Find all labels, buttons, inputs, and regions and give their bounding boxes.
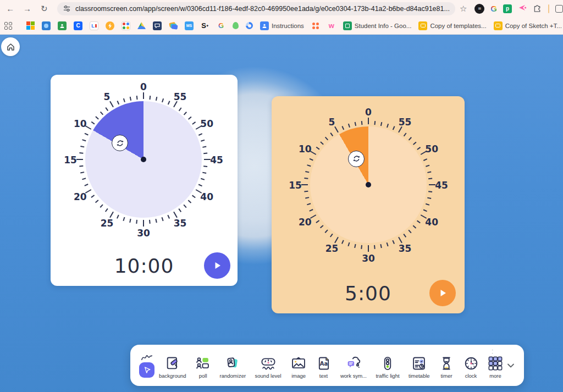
tick-mark xyxy=(80,146,84,147)
tick-mark xyxy=(109,101,114,107)
bookmark-item[interactable] xyxy=(246,22,253,29)
tick-mark xyxy=(100,112,103,115)
tool-more[interactable]: · ·more xyxy=(488,352,503,379)
tick-mark xyxy=(188,116,191,119)
apps-grid-icon xyxy=(4,22,12,30)
back-icon[interactable]: ← xyxy=(4,2,17,16)
tool-text[interactable]: Aatext xyxy=(316,352,332,379)
classroomscreen-canvas[interactable]: 0510152025303540455055 10:00 05101520253… xyxy=(0,35,563,392)
forward-icon[interactable]: → xyxy=(21,2,34,16)
tick-mark xyxy=(423,209,427,211)
tick-mark xyxy=(202,146,206,147)
timer-widget-purple[interactable]: 0510152025303540455055 10:00 xyxy=(51,75,238,286)
bookmark-item[interactable] xyxy=(311,21,320,30)
timer-dial[interactable]: 0510152025303540455055 xyxy=(61,77,226,242)
tick-mark xyxy=(109,212,114,218)
dial-number-0: 0 xyxy=(357,107,379,117)
bookmark-item[interactable] xyxy=(4,22,12,30)
bookmark-item[interactable] xyxy=(58,21,67,30)
bookmark-item[interactable] xyxy=(26,21,35,30)
slides-icon xyxy=(494,21,503,30)
bookmark-item[interactable]: S✦ xyxy=(201,21,209,30)
drag-dots: · · xyxy=(492,349,499,355)
dial-number-55: 55 xyxy=(394,117,416,126)
bot-icon[interactable]: = xyxy=(474,4,484,14)
puzzle-icon[interactable] xyxy=(533,3,542,14)
bookmark-item[interactable] xyxy=(137,22,146,29)
bookmark-instructions[interactable]: Instructions xyxy=(260,21,304,30)
tool-timer[interactable]: timer xyxy=(439,352,454,379)
pink-arrow-icon[interactable] xyxy=(518,4,527,14)
scribble-icon[interactable] xyxy=(141,354,153,362)
play-button[interactable] xyxy=(204,252,230,279)
tool-work-symbols[interactable]: work sym... xyxy=(340,352,367,379)
bookmark-item[interactable] xyxy=(42,21,51,30)
tick-mark xyxy=(123,98,125,102)
tool-traffic-light[interactable]: traffic light xyxy=(376,352,399,379)
reset-button[interactable] xyxy=(348,151,365,167)
timer-widget-orange[interactable]: 0510152025303540455055 5:00 xyxy=(272,96,465,313)
star-icon[interactable]: ☆ xyxy=(460,4,467,14)
tick-mark xyxy=(91,195,95,197)
tool-sound-level[interactable]: sound level xyxy=(255,352,282,379)
chevron-down-icon[interactable] xyxy=(503,363,518,368)
bookmark-item[interactable]: w xyxy=(327,21,336,30)
microsoft-icon xyxy=(26,21,35,30)
bookmark-item[interactable]: L xyxy=(90,21,98,30)
bookmark-copy-of-sketch-t[interactable]: Copy of Sketch +T... xyxy=(494,21,562,30)
bookmark-item[interactable]: C xyxy=(74,21,82,30)
tool-timetable[interactable]: timetable xyxy=(409,352,430,379)
dial-number-50: 50 xyxy=(421,143,443,153)
play-button[interactable] xyxy=(429,280,456,306)
widget-toolbar: backgroundpollrandomizersound levelimage… xyxy=(130,345,524,386)
dial-number-40: 40 xyxy=(196,191,218,201)
tick-mark xyxy=(173,212,178,218)
url-bar[interactable]: classroomscreen.com/app/screen/w/0306cd1… xyxy=(57,2,455,15)
tick-mark xyxy=(117,101,119,104)
tool-image[interactable]: image xyxy=(290,352,307,379)
wakelet-icon: w xyxy=(327,21,336,30)
timer-icon xyxy=(439,356,454,371)
tool-randomizer[interactable]: randomizer xyxy=(220,352,246,379)
home-button[interactable] xyxy=(1,37,20,56)
tick-mark xyxy=(387,242,389,246)
reload-icon[interactable]: ↻ xyxy=(37,2,51,16)
dial-number-15: 15 xyxy=(284,180,306,190)
bookmark-copy-of-templates[interactable]: Copy of templates... xyxy=(418,21,486,30)
pointer-tool-button[interactable] xyxy=(139,362,154,378)
dial-center-dot xyxy=(141,157,146,162)
tick-mark xyxy=(398,237,402,243)
slides-icon xyxy=(418,21,427,30)
timer-dial[interactable]: 0510152025303540455055 xyxy=(286,102,451,267)
bookmark-item[interactable] xyxy=(233,22,239,29)
tool-poll[interactable]: poll xyxy=(195,352,211,379)
tool-label: timer xyxy=(440,373,452,379)
p-green-icon[interactable]: p xyxy=(503,4,512,13)
tick-mark xyxy=(201,139,205,141)
tool-clock[interactable]: clock xyxy=(463,352,479,379)
bookmark-item[interactable] xyxy=(106,21,114,30)
bookmark-item[interactable] xyxy=(153,21,162,30)
tick-mark xyxy=(106,208,108,212)
google-g-icon[interactable]: G xyxy=(490,4,497,13)
dial-number-10: 10 xyxy=(69,118,91,128)
tick-mark xyxy=(198,184,202,186)
tick-mark xyxy=(310,209,313,211)
tick-mark xyxy=(380,244,382,247)
bookmark-item[interactable] xyxy=(169,21,178,30)
tick-mark xyxy=(106,107,108,111)
bookmarks-bar: CLMSS✦GInstructionswStudent Info - Goo..… xyxy=(0,17,563,35)
bookmark-item[interactable] xyxy=(122,21,130,30)
tick-mark xyxy=(202,172,206,173)
bookmark-item[interactable]: MS xyxy=(185,21,194,30)
dial-number-25: 25 xyxy=(321,243,343,253)
tick-mark xyxy=(316,220,320,223)
tick-mark xyxy=(348,123,350,127)
bookmark-student-info-goo[interactable]: Student Info - Goo... xyxy=(343,21,412,30)
dial-number-40: 40 xyxy=(421,217,443,227)
tool-background[interactable]: background xyxy=(159,352,186,379)
profile-partial-icon[interactable] xyxy=(555,5,563,13)
bookmark-item[interactable]: G xyxy=(217,21,225,30)
tick-mark xyxy=(305,178,308,179)
tool-label: image xyxy=(291,373,306,379)
